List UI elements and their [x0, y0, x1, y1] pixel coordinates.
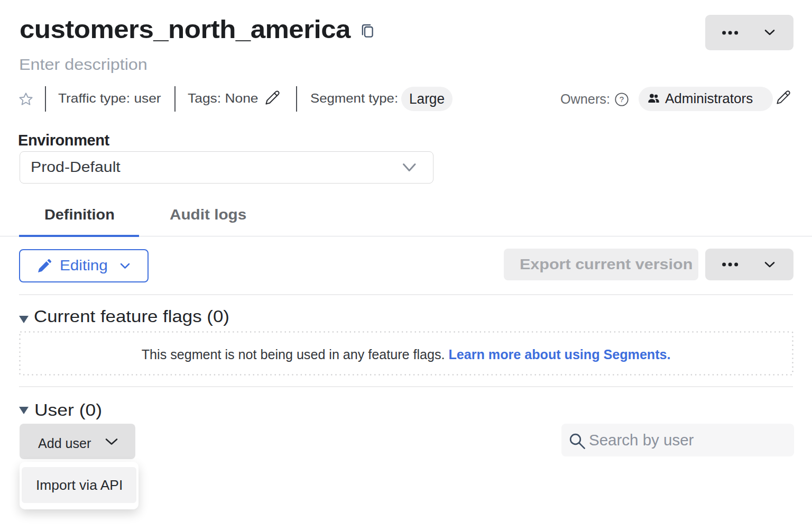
svg-text:?: ? — [620, 95, 624, 104]
